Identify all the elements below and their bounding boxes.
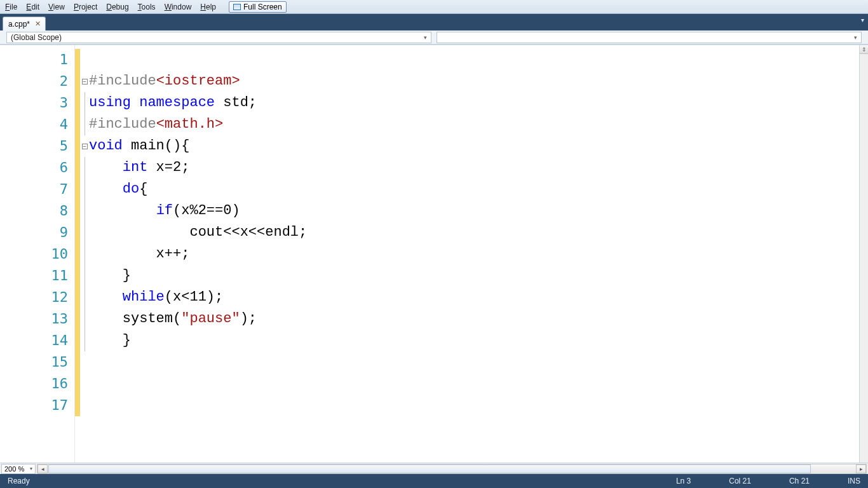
menu-bar: FileEditViewProjectDebugToolsWindowHelpF… [0,0,868,14]
line-number: 17 [0,395,74,416]
code-line[interactable]: x++; [89,243,859,265]
status-bar: Ready Ln 3 Col 21 Ch 21 INS [0,474,868,488]
navigation-bar: (Global Scope) ▾ ▾ [0,30,868,44]
line-number: 14 [0,330,74,351]
code-line[interactable]: int x=2; [89,157,859,179]
fold-line-icon [85,287,85,308]
chevron-down-icon: ▾ [424,34,427,41]
document-tab-strip: a.cpp* ✕ ▾ [0,14,868,30]
status-ins: INS [848,477,860,485]
code-line[interactable]: void main(){ [89,135,859,157]
code-line[interactable]: using namespace std; [89,92,859,114]
tab-overflow-icon[interactable]: ▾ [861,17,864,24]
code-editor[interactable]: 1234567891011121314151617 −− #include<io… [0,44,868,463]
fold-cell [80,351,89,373]
scope-left-value: (Global Scope) [11,33,62,42]
chevron-down-icon: ▾ [30,466,32,471]
change-marker [75,351,80,373]
fold-cell[interactable]: − [80,71,89,92]
fold-line-icon [85,92,85,114]
code-line[interactable]: } [89,265,859,287]
line-number-gutter: 1234567891011121314151617 [0,45,75,463]
scroll-left-icon[interactable]: ◂ [37,464,48,473]
code-line[interactable]: system("pause"); [89,308,859,330]
fold-toggle-icon[interactable]: − [82,144,88,149]
fold-line-icon [85,330,85,351]
menu-item-debug[interactable]: Debug [106,3,128,11]
line-number: 9 [0,222,74,243]
scroll-right-icon[interactable]: ▸ [856,464,866,473]
change-marker [75,114,80,135]
change-marker [75,200,80,222]
menu-item-help[interactable]: Help [200,3,216,11]
line-number: 7 [0,179,74,200]
fold-cell [80,287,89,308]
code-line[interactable]: } [89,330,859,351]
scope-dropdown-left[interactable]: (Global Scope) ▾ [6,32,431,43]
fold-cell [80,308,89,330]
change-indicator-strip [75,45,80,463]
menu-item-edit[interactable]: Edit [26,3,39,11]
fold-line-icon [85,200,85,222]
code-line[interactable]: if(x%2==0) [89,200,859,222]
fold-cell [80,265,89,287]
menu-item-window[interactable]: Window [165,3,192,11]
fold-line-icon [85,157,85,179]
split-grip-icon[interactable]: ⇕ [860,45,868,54]
code-line[interactable]: cout<<x<<endl; [89,222,859,243]
fold-line-icon [85,243,85,265]
change-marker [75,135,80,157]
fold-cell [80,395,89,416]
scrollbar-thumb[interactable] [48,464,811,473]
fold-cell [80,179,89,200]
line-number: 1 [0,49,74,71]
code-line[interactable]: while(x<11); [89,287,859,308]
chevron-down-icon: ▾ [854,34,857,41]
editor-bottom-strip: 200 % ▾ ◂ ▸ [0,463,868,474]
zoom-level-dropdown[interactable]: 200 % ▾ [1,464,36,474]
fold-cell [80,243,89,265]
fullscreen-icon [233,4,241,10]
line-number: 13 [0,308,74,330]
close-icon[interactable]: ✕ [34,20,41,28]
fold-line-icon [85,179,85,200]
code-line[interactable]: #include<iostream> [89,71,859,92]
change-marker [75,265,80,287]
code-line[interactable] [89,49,859,71]
horizontal-scrollbar[interactable]: ◂ ▸ [37,464,867,474]
fold-line-icon [85,114,85,135]
fold-cell [80,373,89,395]
tab-title: a.cpp* [8,20,30,29]
code-line[interactable]: do{ [89,179,859,200]
menu-item-project[interactable]: Project [74,3,97,11]
code-area[interactable]: #include<iostream>using namespace std;#i… [89,45,859,463]
vertical-scrollbar[interactable]: ⇕ [859,45,868,463]
change-marker [75,287,80,308]
change-marker [75,92,80,114]
menu-item-tools[interactable]: Tools [138,3,156,11]
code-line[interactable] [89,395,859,416]
fullscreen-button[interactable]: Full Screen [229,1,287,13]
change-marker [75,395,80,416]
code-line[interactable]: #include<math.h> [89,114,859,135]
change-marker [75,49,80,71]
line-number: 4 [0,114,74,135]
status-ch: Ch 21 [789,477,810,485]
change-marker [75,308,80,330]
line-number: 8 [0,200,74,222]
code-line[interactable] [89,351,859,373]
scope-dropdown-right[interactable]: ▾ [437,32,862,43]
zoom-value: 200 % [4,465,24,473]
fold-cell [80,330,89,351]
fold-toggle-icon[interactable]: − [82,79,88,85]
menu-item-file[interactable]: File [5,3,17,11]
line-number: 15 [0,351,74,373]
menu-item-view[interactable]: View [48,3,65,11]
status-col: Col 21 [729,477,751,485]
line-number: 10 [0,243,74,265]
line-number: 3 [0,92,74,114]
document-tab-active[interactable]: a.cpp* ✕ [3,17,46,30]
code-line[interactable] [89,373,859,395]
fold-cell [80,222,89,243]
fold-cell[interactable]: − [80,135,89,157]
